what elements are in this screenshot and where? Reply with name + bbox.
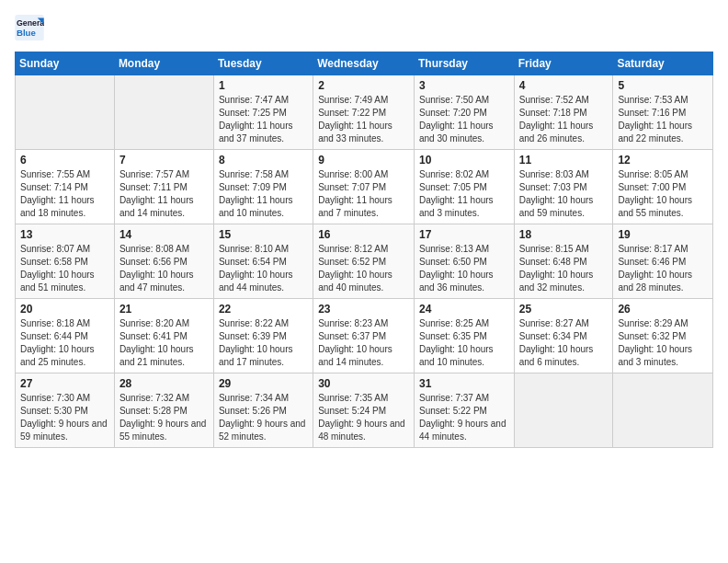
day-number: 13 xyxy=(20,228,109,241)
day-info: Sunrise: 8:12 AMSunset: 6:52 PMDaylight:… xyxy=(318,243,409,294)
calendar-cell: 21Sunrise: 8:20 AMSunset: 6:41 PMDayligh… xyxy=(114,299,213,373)
day-number: 21 xyxy=(119,303,209,316)
day-info: Sunrise: 7:47 AMSunset: 7:25 PMDaylight:… xyxy=(219,94,308,145)
calendar-cell: 7Sunrise: 7:57 AMSunset: 7:11 PMDaylight… xyxy=(114,150,213,224)
day-info: Sunrise: 8:05 AMSunset: 7:00 PMDaylight:… xyxy=(618,168,708,220)
svg-text:Blue: Blue xyxy=(17,28,36,38)
day-number: 24 xyxy=(419,303,509,316)
day-number: 20 xyxy=(20,303,109,316)
day-info: Sunrise: 8:27 AMSunset: 6:34 PMDaylight:… xyxy=(519,317,609,369)
day-info: Sunrise: 8:07 AMSunset: 6:58 PMDaylight:… xyxy=(20,243,109,294)
calendar-cell: 17Sunrise: 8:13 AMSunset: 6:50 PMDayligh… xyxy=(414,224,514,299)
calendar-cell: 4Sunrise: 7:52 AMSunset: 7:18 PMDaylight… xyxy=(514,75,613,150)
day-number: 29 xyxy=(219,377,308,390)
calendar-cell: 3Sunrise: 7:50 AMSunset: 7:20 PMDaylight… xyxy=(414,75,514,150)
calendar-cell: 8Sunrise: 7:58 AMSunset: 7:09 PMDaylight… xyxy=(213,150,313,224)
calendar-cell: 18Sunrise: 8:15 AMSunset: 6:48 PMDayligh… xyxy=(514,224,613,299)
day-info: Sunrise: 8:13 AMSunset: 6:50 PMDaylight:… xyxy=(419,243,509,294)
calendar-cell: 22Sunrise: 8:22 AMSunset: 6:39 PMDayligh… xyxy=(213,299,313,373)
day-info: Sunrise: 7:50 AMSunset: 7:20 PMDaylight:… xyxy=(419,94,509,145)
day-info: Sunrise: 7:52 AMSunset: 7:18 PMDaylight:… xyxy=(519,94,609,145)
weekday-header-monday: Monday xyxy=(114,52,213,75)
day-info: Sunrise: 8:18 AMSunset: 6:44 PMDaylight:… xyxy=(20,317,109,369)
day-number: 11 xyxy=(519,154,609,167)
day-number: 12 xyxy=(618,154,708,167)
calendar-cell: 5Sunrise: 7:53 AMSunset: 7:16 PMDaylight… xyxy=(613,75,713,150)
calendar-table: SundayMondayTuesdayWednesdayThursdayFrid… xyxy=(15,52,713,448)
day-info: Sunrise: 8:02 AMSunset: 7:05 PMDaylight:… xyxy=(419,168,509,220)
day-info: Sunrise: 8:15 AMSunset: 6:48 PMDaylight:… xyxy=(519,243,609,294)
weekday-header-thursday: Thursday xyxy=(414,52,514,75)
day-info: Sunrise: 8:22 AMSunset: 6:39 PMDaylight:… xyxy=(219,317,308,369)
day-number: 16 xyxy=(318,228,409,241)
day-number: 2 xyxy=(318,79,409,92)
day-number: 7 xyxy=(119,154,209,167)
calendar-week-5: 27Sunrise: 7:30 AMSunset: 5:30 PMDayligh… xyxy=(16,373,713,448)
day-number: 9 xyxy=(318,154,409,167)
calendar-cell: 10Sunrise: 8:02 AMSunset: 7:05 PMDayligh… xyxy=(414,150,514,224)
day-info: Sunrise: 7:35 AMSunset: 5:24 PMDaylight:… xyxy=(318,392,409,443)
day-number: 25 xyxy=(519,303,609,316)
calendar-cell: 11Sunrise: 8:03 AMSunset: 7:03 PMDayligh… xyxy=(514,150,613,224)
calendar-cell: 25Sunrise: 8:27 AMSunset: 6:34 PMDayligh… xyxy=(514,299,613,373)
day-number: 27 xyxy=(20,377,109,390)
header: General Blue xyxy=(15,15,713,40)
day-number: 15 xyxy=(219,228,308,241)
calendar-cell: 23Sunrise: 8:23 AMSunset: 6:37 PMDayligh… xyxy=(313,299,415,373)
day-info: Sunrise: 8:20 AMSunset: 6:41 PMDaylight:… xyxy=(119,317,209,369)
calendar-cell: 1Sunrise: 7:47 AMSunset: 7:25 PMDaylight… xyxy=(213,75,313,150)
day-info: Sunrise: 8:00 AMSunset: 7:07 PMDaylight:… xyxy=(318,168,409,220)
day-number: 31 xyxy=(419,377,509,390)
day-info: Sunrise: 7:53 AMSunset: 7:16 PMDaylight:… xyxy=(618,94,708,145)
calendar-cell: 20Sunrise: 8:18 AMSunset: 6:44 PMDayligh… xyxy=(16,299,115,373)
day-number: 30 xyxy=(318,377,409,390)
weekday-header-tuesday: Tuesday xyxy=(213,52,313,75)
weekday-header-wednesday: Wednesday xyxy=(313,52,415,75)
logo: General Blue xyxy=(15,15,46,40)
calendar-cell: 16Sunrise: 8:12 AMSunset: 6:52 PMDayligh… xyxy=(313,224,415,299)
calendar-cell: 19Sunrise: 8:17 AMSunset: 6:46 PMDayligh… xyxy=(613,224,713,299)
day-number: 23 xyxy=(318,303,409,316)
calendar-cell: 9Sunrise: 8:00 AMSunset: 7:07 PMDaylight… xyxy=(313,150,415,224)
weekday-header-sunday: Sunday xyxy=(16,52,115,75)
calendar-cell xyxy=(514,373,613,448)
day-info: Sunrise: 8:23 AMSunset: 6:37 PMDaylight:… xyxy=(318,317,409,369)
calendar-cell: 2Sunrise: 7:49 AMSunset: 7:22 PMDaylight… xyxy=(313,75,415,150)
day-info: Sunrise: 8:03 AMSunset: 7:03 PMDaylight:… xyxy=(519,168,609,220)
day-number: 4 xyxy=(519,79,609,92)
day-number: 6 xyxy=(20,154,109,167)
day-info: Sunrise: 8:29 AMSunset: 6:32 PMDaylight:… xyxy=(618,317,708,369)
calendar-cell: 15Sunrise: 8:10 AMSunset: 6:54 PMDayligh… xyxy=(213,224,313,299)
calendar-cell: 26Sunrise: 8:29 AMSunset: 6:32 PMDayligh… xyxy=(613,299,713,373)
day-info: Sunrise: 8:10 AMSunset: 6:54 PMDaylight:… xyxy=(219,243,308,294)
day-number: 18 xyxy=(519,228,609,241)
calendar-cell: 13Sunrise: 8:07 AMSunset: 6:58 PMDayligh… xyxy=(16,224,115,299)
calendar-week-1: 1Sunrise: 7:47 AMSunset: 7:25 PMDaylight… xyxy=(16,75,713,150)
day-number: 3 xyxy=(419,79,509,92)
day-number: 26 xyxy=(618,303,708,316)
calendar-cell: 14Sunrise: 8:08 AMSunset: 6:56 PMDayligh… xyxy=(114,224,213,299)
day-info: Sunrise: 7:32 AMSunset: 5:28 PMDaylight:… xyxy=(119,392,209,443)
calendar-cell xyxy=(613,373,713,448)
calendar-cell: 6Sunrise: 7:55 AMSunset: 7:14 PMDaylight… xyxy=(16,150,115,224)
day-info: Sunrise: 7:34 AMSunset: 5:26 PMDaylight:… xyxy=(219,392,308,443)
day-number: 8 xyxy=(219,154,308,167)
calendar-cell: 24Sunrise: 8:25 AMSunset: 6:35 PMDayligh… xyxy=(414,299,514,373)
day-info: Sunrise: 7:37 AMSunset: 5:22 PMDaylight:… xyxy=(419,392,509,443)
day-number: 28 xyxy=(119,377,209,390)
calendar-cell xyxy=(16,75,115,150)
day-number: 19 xyxy=(618,228,708,241)
day-info: Sunrise: 8:25 AMSunset: 6:35 PMDaylight:… xyxy=(419,317,509,369)
day-info: Sunrise: 8:08 AMSunset: 6:56 PMDaylight:… xyxy=(119,243,209,294)
day-number: 1 xyxy=(219,79,308,92)
day-info: Sunrise: 8:17 AMSunset: 6:46 PMDaylight:… xyxy=(618,243,708,294)
day-number: 5 xyxy=(618,79,708,92)
day-number: 22 xyxy=(219,303,308,316)
calendar-cell: 29Sunrise: 7:34 AMSunset: 5:26 PMDayligh… xyxy=(213,373,313,448)
logo-icon: General Blue xyxy=(15,15,44,40)
calendar-cell: 31Sunrise: 7:37 AMSunset: 5:22 PMDayligh… xyxy=(414,373,514,448)
calendar-cell: 12Sunrise: 8:05 AMSunset: 7:00 PMDayligh… xyxy=(613,150,713,224)
day-number: 10 xyxy=(419,154,509,167)
day-info: Sunrise: 7:30 AMSunset: 5:30 PMDaylight:… xyxy=(20,392,109,443)
calendar-cell xyxy=(114,75,213,150)
